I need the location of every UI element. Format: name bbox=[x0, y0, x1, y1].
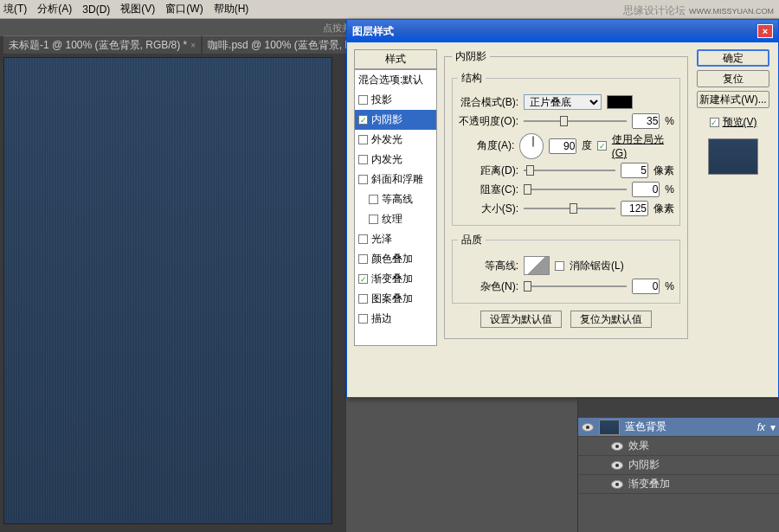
style-checkbox[interactable] bbox=[358, 254, 368, 264]
style-item[interactable]: 外发光 bbox=[355, 130, 436, 150]
antialias-checkbox[interactable] bbox=[555, 261, 564, 271]
angle-input[interactable] bbox=[549, 138, 576, 154]
styles-list-panel: 样式 混合选项:默认 投影✓内阴影外发光内发光斜面和浮雕等高线纹理光泽颜色叠加✓… bbox=[354, 49, 437, 390]
layer-row-bg[interactable]: 蓝色背景 fx ▾ bbox=[578, 418, 779, 437]
style-checkbox[interactable] bbox=[358, 294, 368, 304]
distance-input[interactable] bbox=[621, 163, 648, 178]
visibility-icon[interactable] bbox=[611, 442, 623, 451]
menu-help[interactable]: 帮助(H) bbox=[214, 2, 249, 16]
layer-effects-row[interactable]: 效果 bbox=[578, 437, 779, 456]
layer-style-dialog: 图层样式 × 样式 混合选项:默认 投影✓内阴影外发光内发光斜面和浮雕等高线纹理… bbox=[346, 19, 779, 398]
blend-options-row[interactable]: 混合选项:默认 bbox=[355, 70, 436, 90]
styles-header[interactable]: 样式 bbox=[354, 49, 437, 69]
menu-3d[interactable]: 3D(D) bbox=[82, 3, 110, 16]
fx-badge[interactable]: fx bbox=[757, 421, 765, 433]
new-style-button[interactable]: 新建样式(W)... bbox=[697, 91, 769, 108]
watermark: 思缘设计论坛WWW.MISSYUAN.COM bbox=[623, 3, 774, 18]
close-icon[interactable]: × bbox=[757, 24, 773, 38]
inner-shadow-settings: 内阴影 结构 混合模式(B): 正片叠底 不透明度(O): % bbox=[444, 49, 688, 390]
layer-effect-gradient-overlay[interactable]: 渐变叠加 bbox=[578, 475, 779, 494]
choke-input[interactable] bbox=[632, 182, 660, 197]
reset-default-button[interactable]: 复位为默认值 bbox=[570, 311, 652, 328]
style-checkbox[interactable] bbox=[358, 175, 368, 184]
blend-mode-label: 混合模式(B): bbox=[458, 95, 518, 110]
visibility-icon[interactable] bbox=[611, 480, 623, 489]
size-label: 大小(S): bbox=[458, 202, 518, 216]
contour-label: 等高线: bbox=[458, 259, 518, 273]
noise-input[interactable] bbox=[632, 279, 660, 294]
style-item[interactable]: 等高线 bbox=[355, 189, 436, 209]
menu-t[interactable]: 境(T) bbox=[3, 2, 27, 16]
style-checkbox[interactable] bbox=[358, 314, 368, 324]
preview-swatch bbox=[708, 138, 758, 175]
style-checkbox[interactable] bbox=[369, 215, 378, 224]
global-light-checkbox[interactable]: ✓ bbox=[597, 141, 606, 151]
shadow-color-swatch[interactable] bbox=[607, 95, 633, 109]
document-tab-1[interactable]: 未标题-1 @ 100% (蓝色背景, RGB/8) *× bbox=[3, 35, 201, 54]
cancel-button[interactable]: 复位 bbox=[697, 70, 769, 87]
style-item[interactable]: ✓内阴影 bbox=[355, 110, 436, 130]
style-checkbox[interactable] bbox=[358, 95, 368, 105]
structure-fieldset: 内阴影 结构 混合模式(B): 正片叠底 不透明度(O): % bbox=[444, 49, 688, 339]
style-item[interactable]: 图案叠加 bbox=[355, 289, 436, 309]
canvas-area bbox=[0, 54, 346, 532]
distance-slider[interactable] bbox=[524, 163, 615, 177]
noise-label: 杂色(N): bbox=[458, 279, 518, 294]
size-slider[interactable] bbox=[524, 202, 615, 215]
style-item[interactable]: 描边 bbox=[355, 309, 436, 329]
preview-checkbox[interactable]: ✓ bbox=[710, 118, 719, 127]
visibility-icon[interactable] bbox=[611, 461, 623, 470]
menu-window[interactable]: 窗口(W) bbox=[165, 2, 203, 16]
style-item[interactable]: 斜面和浮雕 bbox=[355, 170, 436, 189]
angle-label: 角度(A): bbox=[458, 138, 514, 153]
noise-slider[interactable] bbox=[524, 279, 627, 293]
size-input[interactable] bbox=[621, 201, 648, 216]
choke-label: 阻塞(C): bbox=[458, 183, 518, 197]
style-checkbox[interactable]: ✓ bbox=[358, 274, 368, 284]
style-item[interactable]: 内发光 bbox=[355, 150, 436, 170]
menu-analysis[interactable]: 分析(A) bbox=[37, 2, 72, 16]
distance-label: 距离(D): bbox=[458, 163, 518, 178]
opacity-label: 不透明度(O): bbox=[458, 114, 518, 129]
layers-panel: 蓝色背景 fx ▾ 效果 内阴影 渐变叠加 bbox=[577, 398, 779, 532]
set-default-button[interactable]: 设置为默认值 bbox=[480, 311, 562, 328]
style-item[interactable]: 纹理 bbox=[355, 209, 436, 229]
dialog-titlebar[interactable]: 图层样式 × bbox=[347, 20, 778, 42]
style-item[interactable]: 光泽 bbox=[355, 229, 436, 249]
chevron-down-icon[interactable]: ▾ bbox=[770, 421, 776, 433]
close-icon[interactable]: × bbox=[190, 41, 196, 50]
menu-view[interactable]: 视图(V) bbox=[120, 2, 155, 16]
style-checkbox[interactable]: ✓ bbox=[358, 115, 368, 125]
style-checkbox[interactable] bbox=[358, 234, 368, 244]
contour-picker[interactable] bbox=[524, 256, 550, 275]
layer-effect-inner-shadow[interactable]: 内阴影 bbox=[578, 456, 779, 475]
choke-slider[interactable] bbox=[524, 183, 627, 196]
angle-dial[interactable] bbox=[519, 133, 544, 159]
opacity-input[interactable] bbox=[632, 113, 660, 129]
layer-thumbnail[interactable] bbox=[599, 420, 620, 435]
style-checkbox[interactable] bbox=[358, 135, 368, 144]
style-item[interactable]: 投影 bbox=[355, 90, 436, 110]
style-item[interactable]: 颜色叠加 bbox=[355, 249, 436, 269]
dialog-actions: 确定 复位 新建样式(W)... ✓ 预览(V) bbox=[695, 49, 771, 390]
canvas[interactable] bbox=[3, 57, 332, 524]
blend-mode-select[interactable]: 正片叠底 bbox=[524, 94, 602, 110]
visibility-icon[interactable] bbox=[582, 423, 594, 432]
ok-button[interactable]: 确定 bbox=[697, 49, 769, 67]
style-item[interactable]: ✓渐变叠加 bbox=[355, 269, 436, 289]
layer-row[interactable] bbox=[578, 399, 779, 418]
style-checkbox[interactable] bbox=[358, 155, 368, 164]
style-checkbox[interactable] bbox=[369, 195, 378, 204]
opacity-slider[interactable] bbox=[524, 114, 627, 128]
